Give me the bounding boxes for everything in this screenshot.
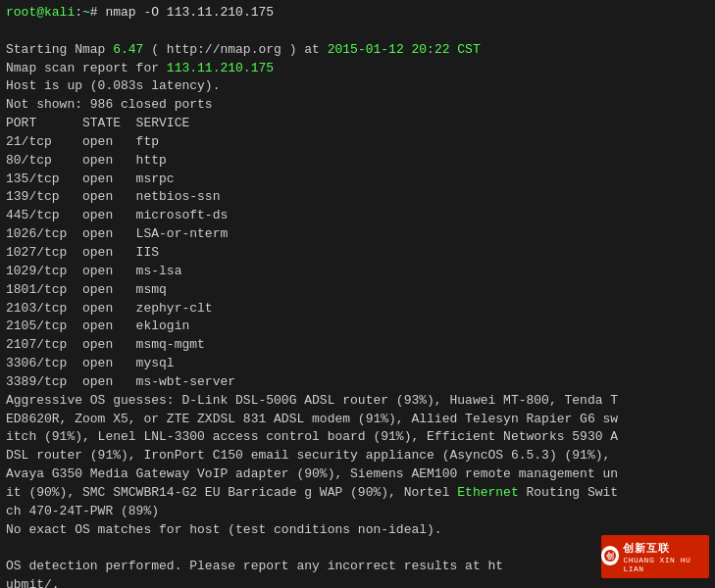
watermark-icon: 创 bbox=[601, 546, 619, 565]
terminal-window: root@kali:~# nmap -O 113.11.210.175 Star… bbox=[0, 0, 715, 588]
terminal-line: 2107/tcp open msmq-mgmt bbox=[6, 336, 709, 355]
terminal-line: Aggressive OS guesses: D-Link DSL-500G A… bbox=[6, 392, 709, 411]
terminal-line: Host is up (0.083s latency). bbox=[6, 77, 709, 96]
watermark-svg: 创 bbox=[603, 549, 617, 563]
terminal-line: Avaya G350 Media Gateway VoIP adapter (9… bbox=[6, 466, 709, 484]
terminal-line: Starting Nmap 6.47 ( http://nmap.org ) a… bbox=[6, 41, 709, 60]
prompt-dir: ~ bbox=[82, 5, 90, 20]
watermark-cn-name: 创新互联 bbox=[623, 541, 709, 556]
terminal-line: 1027/tcp open IIS bbox=[6, 244, 709, 263]
terminal-line: 135/tcp open msrpc bbox=[6, 171, 709, 189]
prompt-user: root@kali bbox=[6, 5, 75, 20]
terminal-line: ch 470-24T-PWR (89%) bbox=[6, 503, 709, 521]
terminal-line: Not shown: 986 closed ports bbox=[6, 96, 709, 115]
terminal-line: 3306/tcp open mysql bbox=[6, 355, 709, 373]
terminal-line: 1801/tcp open msmq bbox=[6, 281, 709, 300]
terminal-line: 2105/tcp open eklogin bbox=[6, 318, 709, 336]
terminal-line: 2103/tcp open zephyr-clt bbox=[6, 300, 709, 318]
terminal-line: 1029/tcp open ms-lsa bbox=[6, 263, 709, 281]
terminal-line: it (90%), SMC SMCWBR14-G2 EU Barricade g… bbox=[6, 484, 709, 503]
terminal-line: DSL router (91%), IronPort C150 email se… bbox=[6, 447, 709, 466]
prompt-sep: : bbox=[75, 5, 82, 20]
terminal-line: 3389/tcp open ms-wbt-server bbox=[6, 373, 709, 392]
terminal-line bbox=[6, 23, 709, 41]
watermark-logo: 创 创新互联 CHUANG XIN HU LIAN bbox=[601, 535, 709, 578]
terminal-line: 80/tcp open http bbox=[6, 152, 709, 171]
watermark-en-name: CHUANG XIN HU LIAN bbox=[623, 556, 709, 573]
terminal-line-header: PORT STATE SERVICE bbox=[6, 115, 709, 133]
terminal-line: 21/tcp open ftp bbox=[6, 133, 709, 152]
terminal-line: 1026/tcp open LSA-or-nterm bbox=[6, 225, 709, 244]
terminal-line: root@kali:~# nmap -O 113.11.210.175 bbox=[6, 4, 709, 23]
prompt-command: nmap -O 113.11.210.175 bbox=[105, 5, 274, 20]
terminal-line: 139/tcp open netbios-ssn bbox=[6, 188, 709, 207]
terminal-line: Nmap scan report for 113.11.210.175 bbox=[6, 60, 709, 78]
terminal-line: itch (91%), Lenel LNL-3300 access contro… bbox=[6, 428, 709, 447]
prompt-hash: # bbox=[90, 5, 106, 20]
terminal-line: 445/tcp open microsoft-ds bbox=[6, 207, 709, 225]
svg-text:创: 创 bbox=[605, 552, 614, 561]
watermark-text: 创新互联 CHUANG XIN HU LIAN bbox=[623, 541, 709, 573]
terminal-line: ED8620R, Zoom X5, or ZTE ZXDSL 831 ADSL … bbox=[6, 411, 709, 429]
